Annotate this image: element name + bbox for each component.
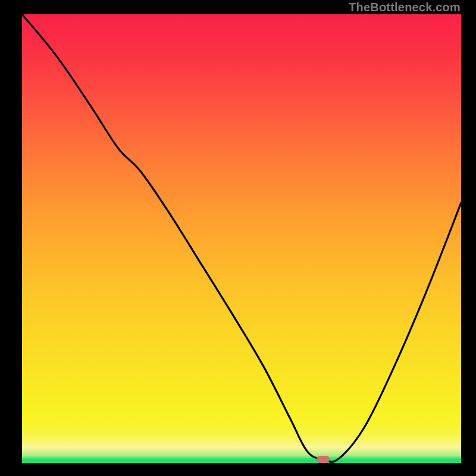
chart-frame: TheBottleneck.com (0, 0, 476, 476)
watermark-text: TheBottleneck.com (349, 1, 461, 14)
bottleneck-curve (22, 14, 461, 463)
plot-area (22, 14, 461, 463)
optimal-marker (317, 456, 330, 463)
